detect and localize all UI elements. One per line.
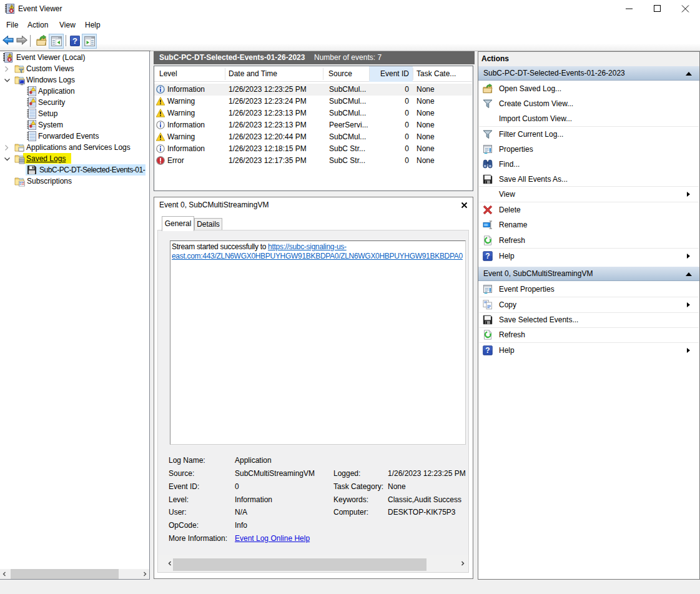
svg-text:?: ?	[485, 346, 490, 355]
svg-text:?: ?	[72, 36, 77, 46]
svg-text:?: ?	[485, 252, 490, 260]
